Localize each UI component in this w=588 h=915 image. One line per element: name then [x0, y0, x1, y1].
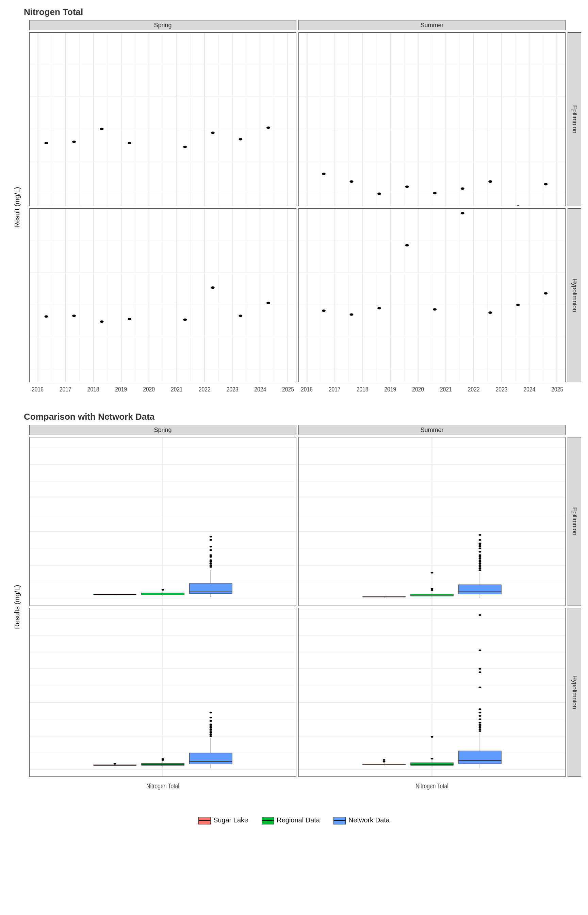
panel-summer-hypo [299, 209, 565, 382]
svg-point-188 [210, 554, 212, 556]
legend-item-sugar: Sugar Lake [199, 816, 248, 824]
svg-point-271 [210, 717, 212, 719]
svg-rect-180 [189, 584, 232, 594]
svg-point-214 [431, 572, 433, 574]
svg-point-32 [239, 138, 242, 140]
svg-point-230 [479, 548, 481, 550]
svg-point-222 [479, 564, 481, 566]
svg-rect-217 [459, 585, 501, 594]
svg-rect-298 [459, 751, 501, 764]
svg-point-185 [210, 561, 212, 563]
svg-point-67 [516, 205, 520, 206]
box-title: Comparison with Network Data [24, 412, 581, 422]
svg-point-100 [211, 286, 215, 289]
svg-text:2016: 2016 [32, 386, 44, 393]
svg-point-234 [479, 539, 481, 541]
svg-rect-292 [411, 763, 453, 765]
svg-point-190 [210, 546, 212, 548]
box-ylabel: Results (mg/L) [7, 437, 27, 777]
svg-point-132 [405, 244, 409, 246]
box-xaxis-summer: Nitrogen Total [299, 779, 565, 799]
row-strip-hypo: Hypolimnion [568, 209, 581, 382]
svg-point-29 [128, 142, 131, 144]
svg-point-136 [516, 304, 520, 306]
svg-point-231 [479, 546, 481, 548]
svg-text:2020: 2020 [143, 386, 155, 393]
svg-point-309 [479, 708, 481, 710]
svg-point-311 [479, 671, 481, 673]
legend: Sugar Lake Regional Data Network Data [7, 816, 581, 824]
svg-point-265 [210, 730, 212, 732]
svg-point-308 [479, 712, 481, 713]
svg-point-30 [183, 146, 187, 148]
svg-point-257 [162, 758, 164, 760]
svg-point-302 [479, 727, 481, 729]
svg-point-133 [433, 308, 436, 310]
svg-text:2021: 2021 [440, 386, 452, 393]
svg-point-272 [210, 712, 212, 713]
svg-point-225 [479, 559, 481, 561]
svg-point-130 [349, 313, 353, 315]
legend-item-network: Network Data [333, 816, 389, 824]
svg-text:2024: 2024 [254, 386, 266, 393]
svg-point-31 [211, 132, 215, 134]
svg-point-270 [210, 720, 212, 722]
svg-point-226 [479, 558, 481, 559]
svg-point-129 [322, 309, 326, 312]
svg-point-131 [377, 307, 381, 309]
svg-text:2021: 2021 [171, 386, 183, 393]
svg-point-300 [479, 730, 481, 732]
svg-point-303 [479, 725, 481, 727]
svg-text:2019: 2019 [115, 386, 127, 393]
scatter-xaxis-summer: 2016201720182019202020212022202320242025 [299, 384, 565, 396]
svg-point-288 [383, 761, 386, 763]
svg-point-135 [488, 312, 492, 314]
scatter-title: Nitrogen Total [24, 7, 581, 17]
svg-point-177 [162, 589, 164, 591]
svg-text:2022: 2022 [468, 386, 480, 393]
box-facet-grid: Spring Summer Results (mg/L) 01234 Epili… [7, 425, 581, 799]
svg-text:2022: 2022 [199, 386, 211, 393]
svg-point-224 [479, 561, 481, 563]
svg-point-187 [210, 556, 212, 558]
svg-text:2018: 2018 [87, 386, 99, 393]
svg-point-232 [479, 544, 481, 546]
svg-point-98 [128, 318, 131, 320]
svg-point-295 [431, 736, 433, 738]
svg-point-60 [322, 173, 326, 175]
svg-point-267 [210, 727, 212, 729]
svg-point-28 [100, 128, 104, 130]
svg-point-186 [210, 559, 212, 561]
svg-point-312 [479, 668, 481, 669]
svg-point-266 [210, 729, 212, 730]
svg-point-68 [544, 183, 548, 185]
svg-text:2025: 2025 [282, 386, 294, 393]
svg-text:2023: 2023 [226, 386, 238, 393]
svg-point-220 [479, 568, 481, 569]
svg-point-219 [479, 569, 481, 571]
svg-point-294 [431, 758, 433, 760]
svg-text:2024: 2024 [523, 386, 535, 393]
svg-text:2020: 2020 [412, 386, 424, 393]
scatter-chart-block: Nitrogen Total Spring Summer Result (mg/… [7, 7, 581, 394]
svg-point-223 [479, 563, 481, 564]
svg-point-97 [100, 320, 104, 323]
svg-point-310 [479, 687, 481, 688]
svg-point-269 [210, 723, 212, 725]
svg-text:Nitrogen Total: Nitrogen Total [146, 782, 179, 790]
svg-point-63 [405, 186, 409, 188]
svg-point-301 [479, 729, 481, 730]
svg-point-289 [383, 759, 386, 761]
svg-point-235 [479, 534, 481, 536]
svg-text:Nitrogen Total: Nitrogen Total [415, 782, 449, 790]
svg-rect-175 [142, 593, 184, 595]
svg-point-33 [267, 126, 270, 129]
svg-point-61 [349, 180, 353, 183]
box-col-strip-summer: Summer [299, 425, 565, 435]
row-strip-epi: Epilimnion [568, 32, 581, 206]
svg-point-183 [210, 564, 212, 566]
svg-point-64 [433, 192, 436, 194]
svg-point-184 [210, 563, 212, 564]
svg-point-27 [72, 141, 76, 143]
svg-point-192 [210, 536, 212, 537]
